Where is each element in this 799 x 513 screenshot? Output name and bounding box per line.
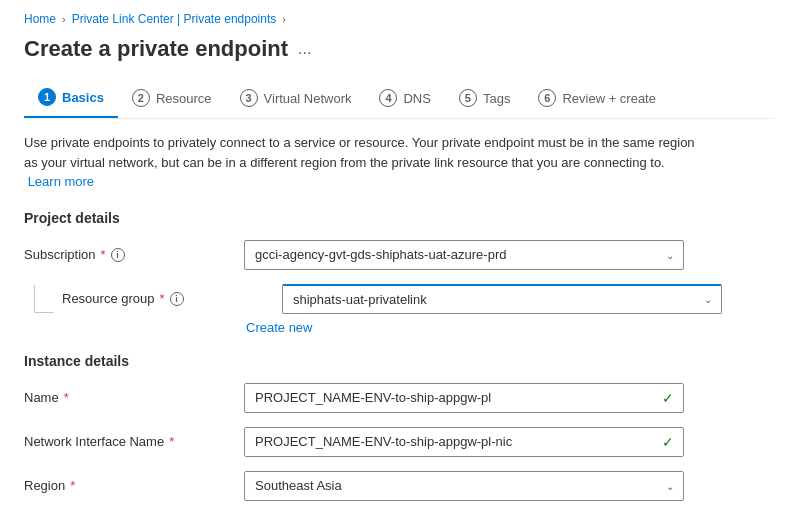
nic-name-input[interactable] [244, 427, 684, 457]
project-details-header: Project details [24, 210, 775, 226]
description-body: Use private endpoints to privately conne… [24, 135, 695, 170]
step-resource[interactable]: 2 Resource [118, 81, 226, 117]
step-tags[interactable]: 5 Tags [445, 81, 524, 117]
learn-more-link[interactable]: Learn more [28, 174, 94, 189]
create-new-link[interactable]: Create new [246, 320, 312, 335]
resource-group-required: * [160, 291, 165, 306]
resource-group-control: shiphats-uat-privatelink ⌄ [282, 284, 722, 314]
step-review-create[interactable]: 6 Review + create [524, 81, 670, 117]
step-basics-circle: 1 [38, 88, 56, 106]
step-tags-label: Tags [483, 91, 510, 106]
subscription-label: Subscription * i [24, 247, 244, 262]
region-label-text: Region [24, 478, 65, 493]
nic-name-row: Network Interface Name * ✓ [24, 427, 775, 457]
step-basics[interactable]: 1 Basics [24, 80, 118, 118]
subscription-select[interactable]: gcci-agency-gvt-gds-shiphats-uat-azure-p… [244, 240, 684, 270]
nic-name-required: * [169, 434, 174, 449]
nic-name-label: Network Interface Name * [24, 434, 244, 449]
nic-name-label-text: Network Interface Name [24, 434, 164, 449]
breadcrumb-private-link[interactable]: Private Link Center | Private endpoints [72, 12, 277, 26]
step-resource-label: Resource [156, 91, 212, 106]
name-input-wrapper: ✓ [244, 383, 684, 413]
step-dns-label: DNS [403, 91, 430, 106]
subscription-required: * [101, 247, 106, 262]
name-control: ✓ [244, 383, 684, 413]
resource-group-row: Resource group * i shiphats-uat-privatel… [24, 284, 775, 314]
instance-details-header: Instance details [24, 353, 775, 369]
step-virtual-network-label: Virtual Network [264, 91, 352, 106]
name-required: * [64, 390, 69, 405]
region-row: Region * Southeast Asia ⌄ [24, 471, 775, 501]
step-review-label: Review + create [562, 91, 656, 106]
breadcrumb-home[interactable]: Home [24, 12, 56, 26]
nic-name-input-wrapper: ✓ [244, 427, 684, 457]
name-row: Name * ✓ [24, 383, 775, 413]
description-text: Use private endpoints to privately conne… [24, 133, 704, 192]
step-resource-circle: 2 [132, 89, 150, 107]
subscription-control: gcci-agency-gvt-gds-shiphats-uat-azure-p… [244, 240, 684, 270]
resource-group-label-text: Resource group [62, 291, 155, 306]
rg-indent-line [34, 285, 54, 313]
step-virtual-network[interactable]: 3 Virtual Network [226, 81, 366, 117]
name-label-text: Name [24, 390, 59, 405]
subscription-label-text: Subscription [24, 247, 96, 262]
step-tags-circle: 5 [459, 89, 477, 107]
region-select[interactable]: Southeast Asia [244, 471, 684, 501]
resource-group-select[interactable]: shiphats-uat-privatelink [282, 284, 722, 314]
page-options-button[interactable]: ... [298, 40, 311, 58]
page-title: Create a private endpoint [24, 36, 288, 62]
resource-group-indent: Resource group * i [24, 285, 282, 313]
step-virtual-network-circle: 3 [240, 89, 258, 107]
breadcrumb: Home › Private Link Center | Private end… [24, 12, 775, 26]
step-dns-circle: 4 [379, 89, 397, 107]
nic-name-control: ✓ [244, 427, 684, 457]
subscription-row: Subscription * i gcci-agency-gvt-gds-shi… [24, 240, 775, 270]
resource-group-label: Resource group * i [62, 291, 282, 306]
step-review-circle: 6 [538, 89, 556, 107]
subscription-select-wrapper: gcci-agency-gvt-gds-shiphats-uat-azure-p… [244, 240, 684, 270]
name-label: Name * [24, 390, 244, 405]
steps-bar: 1 Basics 2 Resource 3 Virtual Network 4 … [24, 80, 775, 119]
region-label: Region * [24, 478, 244, 493]
resource-group-info-icon[interactable]: i [170, 292, 184, 306]
page-title-row: Create a private endpoint ... [24, 36, 775, 62]
breadcrumb-sep-1: › [62, 13, 66, 25]
step-dns[interactable]: 4 DNS [365, 81, 444, 117]
step-basics-label: Basics [62, 90, 104, 105]
resource-group-select-wrapper: shiphats-uat-privatelink ⌄ [282, 284, 722, 314]
region-required: * [70, 478, 75, 493]
subscription-info-icon[interactable]: i [111, 248, 125, 262]
name-input[interactable] [244, 383, 684, 413]
breadcrumb-sep-2: › [282, 13, 286, 25]
region-select-wrapper: Southeast Asia ⌄ [244, 471, 684, 501]
region-control: Southeast Asia ⌄ [244, 471, 684, 501]
